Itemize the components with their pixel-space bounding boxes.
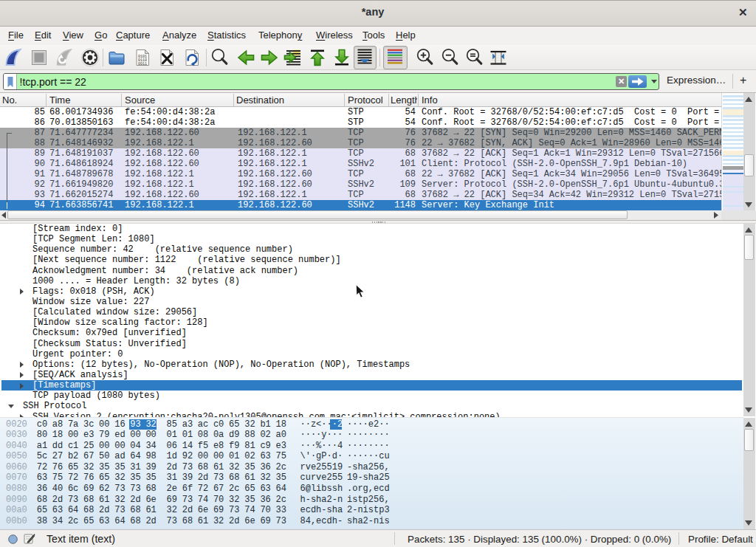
- svg-text:0011: 0011: [138, 62, 147, 66]
